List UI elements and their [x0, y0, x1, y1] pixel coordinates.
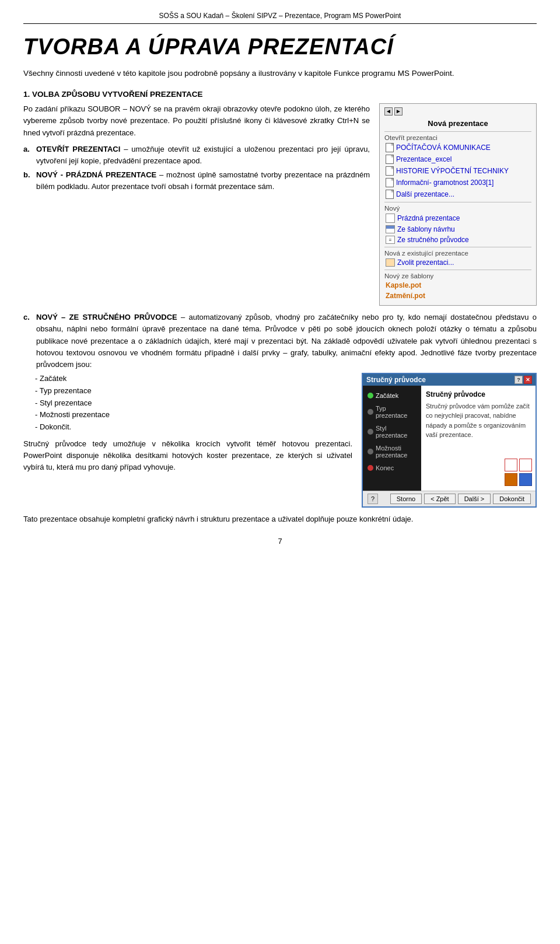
template-section-label: Nový ze šablony [384, 272, 531, 279]
more-files-link[interactable]: Další prezentace... [384, 189, 531, 200]
file-link-3[interactable]: HISTORIE VÝPOČETNÍ TECHNIKY [384, 166, 531, 176]
file-link-3-text: HISTORIE VÝPOČETNÍ TECHNIKY [396, 167, 509, 175]
list-item-5: - Dokončit. [35, 421, 352, 433]
guide-link[interactable]: ≡ Ze stručného průvodce [384, 235, 531, 244]
zatmeni-text: Zatmění.pot [386, 292, 425, 300]
storno-button[interactable]: Storno [390, 494, 422, 504]
strucny-sidebar: Začátek Typ prezentace Styl prezentace M… [363, 386, 421, 491]
subsection-a-heading: OTEVŘÍT PREZENTACI [36, 145, 120, 153]
choose-pres-link[interactable]: Zvolit prezentaci... [384, 258, 531, 267]
list-items: - Začátek - Typ prezentace - Styl prezen… [35, 373, 352, 433]
sidebar-item-styl[interactable]: Styl prezentace [363, 422, 421, 442]
shape-row-1 [505, 459, 532, 471]
shape-rect-1 [505, 459, 517, 471]
strucny-footer: ? Storno < Zpět Další > Dokončit [363, 491, 536, 506]
sidebar-item-zacatek[interactable]: Začátek [363, 389, 421, 402]
file-link-1[interactable]: POČÍTAČOVÁ KOMUNIKACE [384, 142, 531, 153]
strucny-main-title: Stručný průvodce [426, 390, 531, 398]
divider4 [384, 270, 531, 270]
file-link-2[interactable]: Prezentace_excel [384, 154, 531, 165]
template-text: Ze šablony návrhu [397, 225, 455, 233]
page-header: SOŠS a SOU Kadaň – Školení SIPVZ – Preze… [23, 12, 537, 24]
header-text: SOŠS a SOU Kadaň – Školení SIPVZ – Preze… [159, 12, 401, 20]
footer-btns: Storno < Zpět Další > Dokončit [390, 494, 531, 504]
sidebar-item-typ-label: Typ prezentace [376, 405, 416, 419]
subtitle-text: Všechny činnosti uvedené v této kapitole… [23, 68, 537, 79]
strucny-panel: Stručný průvodce ? ✕ Začátek Typ prezent… [362, 373, 537, 508]
dot-gray-3 [368, 449, 373, 454]
footer-left: ? [368, 494, 378, 504]
dokoncit-button[interactable]: Dokončit [493, 494, 531, 504]
footer-help-btn[interactable]: ? [368, 494, 378, 504]
strucny-text-col: - Začátek - Typ prezentace - Styl prezen… [23, 373, 352, 508]
blank-pres-text: Prázdná prezentace [397, 214, 460, 222]
help-window-btn[interactable]: ? [514, 376, 523, 384]
sidebar-item-konec[interactable]: Konec [363, 461, 421, 474]
subsection-c-content: NOVÝ – ZE STRUČNÉHO PRŮVODCE – automatiz… [36, 312, 537, 370]
shape-row-2 [505, 473, 532, 486]
file-link-4-text: Informační- gramotnost 2003[1] [396, 179, 494, 187]
file-icon-1 [386, 143, 394, 152]
choose-icon [386, 258, 395, 267]
kapsle-text: Kapsle.pot [386, 281, 421, 289]
sidebar-item-moznosti-label: Možnosti prezentace [376, 445, 416, 459]
more-files-text: Další prezentace... [396, 190, 454, 198]
guide-text: Ze stručného průvodce [397, 236, 469, 244]
divider1 [384, 131, 531, 132]
kapsle-link[interactable]: Kapsle.pot [384, 281, 531, 290]
strucny-panel-title: Stručný průvodce [366, 376, 426, 384]
strucny-titlebar: Stručný průvodce ? ✕ [363, 374, 536, 386]
main-title: TVORBA A ÚPRAVA PREZENTACÍ [23, 34, 537, 60]
closing-text: Tato prezentace obsahuje kompletní grafi… [23, 513, 537, 525]
sidebar-item-zacatek-label: Začátek [376, 392, 398, 399]
template-link[interactable]: Ze šablony návrhu [384, 225, 531, 234]
subsection-b-content: NOVÝ - PRÁZDNÁ PREZENTACE – možnost úpln… [36, 169, 370, 193]
dot-green-1 [368, 393, 373, 398]
file-link-1-text: POČÍTAČOVÁ KOMUNIKACE [396, 144, 491, 152]
blank-pres-link[interactable]: Prázdná prezentace [384, 213, 531, 223]
panel-nav-back[interactable]: ◄ [384, 107, 393, 116]
guide-icon: ≡ [386, 236, 395, 244]
open-section-label: Otevřít prezentaci [384, 134, 531, 141]
section1-number: 1. [23, 90, 30, 99]
subsection-b-label: b. [23, 169, 33, 193]
subsection-c-label: c. [23, 312, 33, 370]
template-icon [386, 225, 395, 233]
divider3 [384, 247, 531, 247]
section1-two-col: Po zadání příkazu SOUBOR – NOVÝ se na pr… [23, 103, 537, 306]
panel-nav: ◄ ► [384, 107, 531, 116]
subsection-a: a. OTEVŘÍT PREZENTACI – umožňuje otevřít… [23, 144, 370, 167]
subsection-a-content: OTEVŘÍT PREZENTACI – umožňuje otevřít už… [36, 144, 370, 167]
sidebar-item-konec-label: Konec [376, 464, 394, 471]
zpet-button[interactable]: < Zpět [424, 494, 456, 504]
new-section-label: Nový [384, 205, 531, 212]
strucny-titlebar-icons: ? ✕ [514, 376, 532, 384]
sidebar-item-moznosti[interactable]: Možnosti prezentace [363, 442, 421, 461]
strucny-section: - Začátek - Typ prezentace - Styl prezen… [23, 373, 537, 508]
list-item-3: - Styl prezentace [35, 397, 352, 410]
strucny-main-text: Stručný průvodce vám pomůže začít co nej… [426, 401, 531, 440]
choose-pres-text: Zvolit prezentaci... [397, 258, 454, 267]
file-icon-5 [386, 190, 394, 199]
strucny-main: Stručný průvodce Stručný průvodce vám po… [421, 386, 536, 491]
strucny-body-text: Stručný průvodce tedy umožňuje v několik… [23, 438, 352, 473]
nova-panel-col: ◄ ► Nová prezentace Otevřít prezentaci P… [379, 103, 537, 306]
section1-heading: 1. VOLBA ZPŮSOBU VYTVOŘENÍ PREZENTACE [23, 90, 537, 99]
shape-sq-orange [505, 473, 517, 486]
section1-body-text: Po zadání příkazu SOUBOR – NOVÝ se na pr… [23, 103, 370, 138]
dalsi-button[interactable]: Další > [458, 494, 491, 504]
file-link-4[interactable]: Informační- gramotnost 2003[1] [384, 177, 531, 188]
sidebar-item-typ[interactable]: Typ prezentace [363, 402, 421, 422]
dot-gray-2 [368, 429, 373, 435]
blank-icon [386, 214, 395, 223]
subsection-c-heading: NOVÝ – ZE STRUČNÉHO PRŮVODCE [36, 313, 177, 321]
existing-section-label: Nová z existující prezentace [384, 250, 531, 257]
section1-text-col: Po zadání příkazu SOUBOR – NOVÝ se na pr… [23, 103, 370, 306]
strucny-body: Začátek Typ prezentace Styl prezentace M… [363, 386, 536, 491]
zatmeni-link[interactable]: Zatmění.pot [384, 291, 531, 300]
close-window-btn[interactable]: ✕ [524, 376, 532, 384]
dot-gray-1 [368, 409, 373, 415]
list-item-1: - Začátek [35, 373, 352, 385]
panel-nav-fwd[interactable]: ► [394, 107, 402, 116]
section1-heading-text: VOLBA ZPŮSOBU VYTVOŘENÍ PREZENTACE [32, 90, 203, 99]
